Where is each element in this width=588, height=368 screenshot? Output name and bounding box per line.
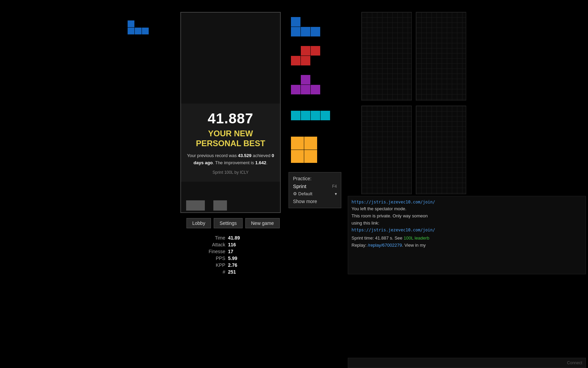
time-label: Time (201, 235, 228, 241)
queue-piece-4 (291, 111, 330, 120)
stats-area: Time 41.89 Attack 116 Finesse 17 PPS 5.9… (201, 235, 255, 275)
show-more-button[interactable]: Show more (293, 199, 317, 204)
chat-replay-link[interactable]: /replay/67002279 (368, 243, 402, 248)
queue-pieces (291, 17, 330, 163)
chat-line-1: You left the spectator mode. (352, 205, 582, 213)
new-game-button[interactable]: New game (245, 218, 280, 228)
practice-default-row[interactable]: ⚙ Default ▾ (293, 191, 337, 196)
chat-bottom-bar: Connect (348, 358, 586, 368)
practice-title: Practice: (293, 176, 337, 181)
game-board: 41.887 YOUR NEW PERSONAL BEST Your previ… (180, 12, 281, 213)
gear-default-label: ⚙ Default (293, 191, 312, 196)
queue-piece-1 (291, 17, 330, 36)
attack-label: Attack (201, 242, 228, 247)
chat-sprint-line: Sprint time: 41.887 s. See 100L leaderb (352, 235, 582, 242)
chat-url-1: https://jstris.jezevec10.com/join/ (352, 199, 582, 205)
chat-connect-label: Connect (567, 361, 582, 365)
hash-label: # (201, 269, 228, 275)
queue-piece-3 (291, 75, 330, 94)
chat-url-2: https://jstris.jezevec10.com/join/ (352, 227, 582, 233)
piece-preview-left (186, 200, 205, 211)
practice-shortcut: F4 (332, 184, 337, 189)
chat-line-2: This room is private. Only way someon (352, 213, 582, 220)
chevron-down-icon[interactable]: ▾ (335, 191, 337, 196)
practice-panel: Practice: Sprint F4 ⚙ Default ▾ Show mor… (289, 172, 341, 208)
queue-piece-5 (291, 137, 330, 163)
attack-value: 116 (228, 242, 255, 247)
pps-value: 5.99 (228, 256, 255, 261)
spectator-grid-2 (416, 12, 466, 101)
practice-sprint-row: Sprint F4 (293, 183, 337, 189)
time-value: 41.89 (228, 235, 255, 241)
action-buttons: Lobby Settings New game (186, 218, 280, 228)
result-pb: YOUR NEW PERSONAL BEST (186, 129, 275, 149)
chat-leaderboard-link[interactable]: 100L leaderb (404, 235, 429, 241)
result-source: Sprint 100L by ICLY (186, 170, 275, 175)
spectator-grid-4 (416, 106, 466, 194)
finesse-label: Finesse (201, 249, 228, 254)
chat-replay-line: Replay: /replay/67002279. View in my (352, 242, 582, 249)
piece-preview-right (213, 200, 227, 211)
lobby-button[interactable]: Lobby (186, 218, 211, 228)
chat-line-3: using this link: (352, 220, 582, 227)
kpp-value: 2.76 (228, 262, 255, 268)
pps-label: PPS (201, 256, 228, 261)
game-board-bottom (181, 182, 280, 212)
result-overlay: 41.887 YOUR NEW PERSONAL BEST Your previ… (181, 104, 280, 182)
queue-piece-2 (291, 46, 330, 65)
result-prev-record: Your previous record was 43.529 achieved… (186, 152, 275, 167)
spectator-grid-3 (361, 106, 412, 194)
kpp-label: KPP (201, 262, 228, 268)
settings-button[interactable]: Settings (214, 218, 243, 228)
hash-value: 251 (228, 269, 255, 275)
practice-mode: Sprint (293, 183, 306, 189)
result-time: 41.887 (186, 110, 275, 127)
spectator-grid-1 (361, 12, 412, 101)
finesse-value: 17 (228, 249, 255, 254)
chat-panel: https://jstris.jezevec10.com/join/ You l… (348, 196, 586, 274)
hold-piece (128, 20, 149, 34)
